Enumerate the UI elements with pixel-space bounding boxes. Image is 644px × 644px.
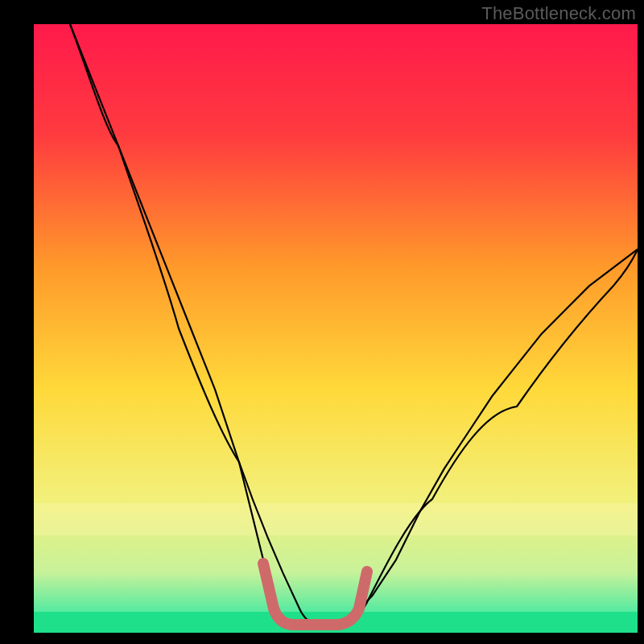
highlight-band [34, 503, 638, 535]
chart-stage: TheBottleneck.com [0, 0, 644, 644]
bottleneck-chart [0, 0, 644, 644]
attribution-text: TheBottleneck.com [481, 3, 636, 24]
